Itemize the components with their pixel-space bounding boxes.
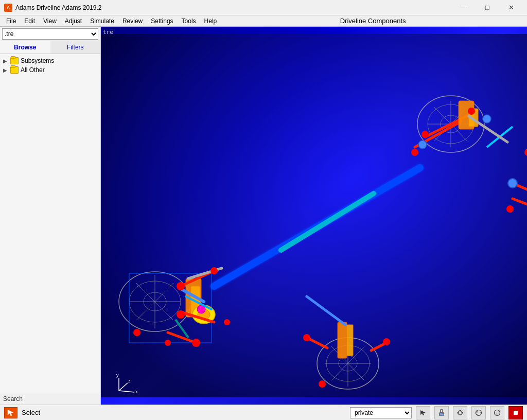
svg-text:E: E (480, 411, 482, 414)
nodes-button[interactable] (453, 406, 467, 419)
tree-label-subsystems: Subsystems (21, 57, 54, 64)
menu-view[interactable]: View (39, 16, 61, 26)
menu-driveline-title: Driveline Components (221, 17, 525, 25)
menu-settings[interactable]: Settings (147, 16, 177, 26)
svg-text:i: i (497, 411, 498, 416)
svg-rect-101 (514, 411, 518, 415)
svg-line-81 (119, 383, 128, 391)
main-layout: .tre Browse Filters ▶ Subsystems ▶ All O… (0, 27, 527, 405)
sidebar-search-bar: .tre (0, 27, 100, 41)
titlebar-left: A Adams Driveline Adams 2019.2 (4, 4, 101, 12)
svg-point-92 (462, 412, 463, 413)
svg-point-88 (441, 413, 442, 414)
app-icon: A (4, 4, 12, 12)
svg-point-18 (411, 149, 418, 156)
app-title: Adams Driveline Adams 2019.2 (15, 4, 101, 11)
compass-button[interactable]: N E S W (471, 406, 486, 419)
menubar: File Edit View Adjust Simulate Review Se… (0, 15, 527, 27)
menu-tools[interactable]: Tools (178, 16, 200, 26)
tree-item-allother[interactable]: ▶ All Other (2, 65, 98, 75)
minimize-button[interactable]: — (452, 0, 476, 15)
svg-text:x: x (135, 389, 138, 394)
sidebar-tabs: Browse Filters (0, 41, 100, 54)
viewport-label: tre (103, 29, 113, 36)
svg-text:W: W (476, 411, 478, 414)
svg-rect-72 (347, 325, 353, 356)
select-icon-button[interactable] (4, 407, 17, 418)
svg-point-56 (177, 282, 185, 290)
menu-file[interactable]: File (2, 16, 20, 26)
private-dropdown[interactable]: private public (350, 407, 412, 418)
tree-label-allother: All Other (21, 66, 45, 74)
svg-point-58 (192, 339, 200, 347)
svg-point-77 (383, 338, 390, 345)
tree-expand-subsystems: ▶ (3, 58, 10, 64)
tab-filters[interactable]: Filters (50, 41, 101, 54)
svg-text:z: z (128, 378, 131, 383)
sidebar-search-label: Search (0, 393, 100, 405)
svg-marker-86 (420, 410, 426, 415)
svg-point-78 (319, 380, 326, 388)
stop-button[interactable] (508, 406, 523, 419)
sidebar-tree: ▶ Subsystems ▶ All Other (0, 54, 100, 393)
tree-item-subsystems[interactable]: ▶ Subsystems (2, 56, 98, 65)
svg-point-63 (224, 319, 230, 325)
svg-point-93 (460, 410, 461, 411)
folder-icon-allother (10, 66, 19, 74)
search-dropdown[interactable]: .tre (2, 28, 98, 40)
svg-point-59 (133, 329, 140, 336)
menu-adjust[interactable]: Adjust (61, 16, 86, 26)
3d-scene (101, 27, 527, 405)
titlebar-controls: — □ ✕ (452, 0, 523, 15)
info-button[interactable]: i (490, 406, 504, 419)
svg-rect-87 (441, 410, 443, 412)
svg-point-14 (418, 141, 427, 149)
svg-point-17 (468, 108, 475, 115)
menu-simulate[interactable]: Simulate (86, 16, 118, 26)
svg-rect-71 (338, 322, 347, 358)
menu-help[interactable]: Help (200, 16, 221, 26)
svg-point-32 (508, 179, 517, 188)
svg-point-91 (458, 412, 459, 413)
svg-line-83 (119, 391, 134, 392)
sidebar: .tre Browse Filters ▶ Subsystems ▶ All O… (0, 27, 101, 405)
svg-point-15 (483, 115, 491, 123)
svg-point-16 (421, 131, 429, 138)
svg-point-57 (177, 310, 185, 319)
svg-point-62 (165, 340, 171, 346)
tab-browse[interactable]: Browse (0, 41, 50, 54)
svg-point-60 (210, 267, 218, 274)
svg-point-89 (442, 413, 443, 414)
statusbar: Select private public N E S (0, 405, 527, 420)
svg-point-34 (506, 205, 514, 213)
viewport[interactable]: tre (101, 27, 527, 405)
menu-edit[interactable]: Edit (20, 16, 39, 26)
axis-indicator: y z x (111, 373, 142, 398)
titlebar: A Adams Driveline Adams 2019.2 — □ ✕ (0, 0, 527, 15)
cursor-button[interactable] (416, 406, 430, 419)
chemistry-button[interactable] (434, 406, 449, 419)
folder-icon-subsystems (10, 57, 19, 64)
select-label: Select (22, 409, 40, 416)
svg-point-76 (303, 334, 310, 341)
tree-expand-allother: ▶ (3, 67, 10, 73)
svg-marker-85 (8, 410, 13, 416)
menu-review[interactable]: Review (118, 16, 147, 26)
maximize-button[interactable]: □ (476, 0, 499, 15)
close-button[interactable]: ✕ (499, 0, 523, 15)
svg-text:y: y (116, 373, 119, 378)
